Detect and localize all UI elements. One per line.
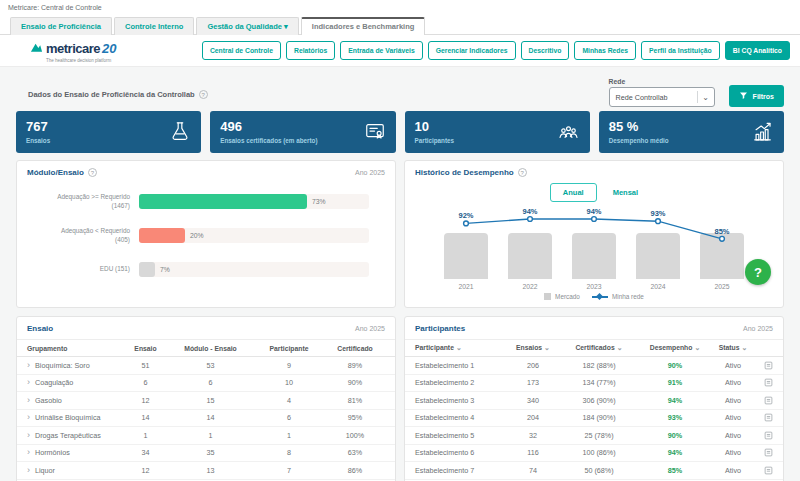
table-row[interactable]: Estabelecimento 4 204 184 (90%) 93% Ativ…: [405, 410, 783, 428]
year-tick-label: 2023: [586, 282, 601, 291]
nav-button[interactable]: Descritivo: [521, 41, 570, 60]
year-badge: Ano 2025: [743, 325, 773, 332]
market-bar-column: 2021: [434, 203, 498, 291]
ensaio-table-header: Grupamento Ensaio Módulo - Ensaio Partic…: [17, 339, 395, 357]
table-row[interactable]: Estabelecimento 3 340 306 (90%) 94% Ativ…: [405, 392, 783, 410]
year-tick-label: 2022: [522, 282, 537, 291]
nav-button[interactable]: Gerenciar Indicadores: [428, 41, 516, 60]
kpi-cards: 767 Ensaios 496 Ensaios certificados (em…: [16, 111, 784, 153]
help-icon[interactable]: ?: [199, 90, 208, 99]
sort-caret-icon: ⌄: [741, 344, 747, 351]
expand-chevron-icon[interactable]: ›: [27, 378, 30, 387]
historico-chart: 2021 2022 2023 2024 2025 92%94%94%93%85%: [434, 203, 754, 291]
table-row[interactable]: Estabelecimento 7 74 50 (68%) 85% Ativo: [405, 462, 783, 480]
sort-header[interactable]: Certificados⌄: [559, 344, 639, 352]
sort-header[interactable]: Participante⌄: [415, 344, 507, 352]
expand-chevron-icon[interactable]: ›: [27, 396, 30, 405]
kpi-card: 10 Participantes: [405, 111, 590, 153]
rede-label: Rede: [609, 78, 715, 85]
table-row[interactable]: Estabelecimento 5 32 25 (78%) 90% Ativo: [405, 427, 783, 445]
page-title: Dados do Ensaio de Proficiência da Contr…: [28, 90, 195, 99]
report-icon[interactable]: [755, 396, 773, 405]
market-bar-column: 2024: [626, 203, 690, 291]
report-icon[interactable]: [755, 378, 773, 387]
table-row[interactable]: Estabelecimento 6 116 100 (86%) 94% Ativ…: [405, 445, 783, 463]
report-icon[interactable]: [755, 431, 773, 440]
report-icon[interactable]: [755, 361, 773, 370]
bar-row: Adequação < Requerido(405) 20%: [23, 227, 369, 244]
logo-anniversary-badge: 20: [102, 41, 116, 56]
expand-chevron-icon[interactable]: ›: [27, 431, 30, 440]
rede-select[interactable]: Rede Controllab ⌄: [609, 87, 715, 107]
window-title: Metricare: Central de Controle: [0, 0, 800, 13]
nav-button[interactable]: Entrada de Variáveis: [340, 41, 423, 60]
sort-caret-icon: ⌄: [694, 344, 700, 351]
nav-button[interactable]: Relatórios: [286, 41, 335, 60]
chevron-down-icon[interactable]: ⌄: [698, 93, 714, 102]
toggle-anual[interactable]: Anual: [550, 183, 597, 202]
market-bar-column: 2022: [498, 203, 562, 291]
filters-button[interactable]: Filtros: [729, 85, 784, 107]
tab[interactable]: Controle Interno: [114, 17, 194, 35]
expand-chevron-icon[interactable]: ›: [27, 413, 30, 422]
help-fab-button[interactable]: ?: [745, 259, 771, 285]
kpi-value: 85 %: [609, 120, 669, 134]
modulo-panel-title: Módulo/Ensaio: [27, 168, 84, 177]
table-row[interactable]: ›Urinálise Bioquímica 14 14 6 95%: [17, 410, 395, 428]
market-bar-column: 2025: [690, 203, 754, 291]
rede-selected-value: Rede Controllab: [616, 93, 668, 102]
period-toggle: AnualMensal: [405, 181, 783, 203]
table-row[interactable]: ›Hormônios 34 35 8 63%: [17, 445, 395, 463]
nav-button[interactable]: Minhas Redes: [574, 41, 636, 60]
table-row[interactable]: ›Liquor 12 13 7 86%: [17, 462, 395, 480]
nav-buttons: Central de ControleRelatóriosEntrada de …: [197, 41, 790, 60]
performance-value: 90%: [639, 431, 711, 440]
metricare-logo: metricare20 The healthcare decision plat…: [30, 39, 117, 63]
performance-value: 94%: [639, 396, 711, 405]
table-row[interactable]: ›Gasobio 12 15 4 81%: [17, 392, 395, 410]
table-row[interactable]: Estabelecimento 1 206 182 (88%) 90% Ativ…: [405, 357, 783, 375]
sort-header[interactable]: Desempenho⌄: [639, 344, 711, 352]
bar-value-label: 7%: [160, 266, 170, 273]
nav-button[interactable]: Central de Controle: [202, 41, 281, 60]
bar-value-label: 73%: [312, 198, 326, 205]
nav-button[interactable]: Perfil da Instituição: [641, 41, 720, 60]
trend-chart-icon: [751, 121, 774, 143]
help-icon[interactable]: ?: [88, 168, 97, 177]
flask-icon: [169, 121, 191, 143]
toggle-mensal[interactable]: Mensal: [613, 188, 638, 197]
sort-header[interactable]: Status⌄: [711, 344, 755, 352]
bar-value-label: 20%: [190, 232, 204, 239]
nav-button-primary[interactable]: BI CQ Analítico: [725, 41, 790, 60]
performance-value: 93%: [639, 413, 711, 422]
market-bar: [572, 233, 616, 279]
tab[interactable]: Ensaio de Proficiência: [10, 17, 112, 35]
expand-chevron-icon[interactable]: ›: [27, 466, 30, 475]
report-icon[interactable]: [755, 466, 773, 475]
report-icon[interactable]: [755, 448, 773, 457]
tab[interactable]: Gestão da Qualidade ▾: [196, 17, 298, 35]
expand-chevron-icon[interactable]: ›: [27, 448, 30, 457]
report-icon[interactable]: [755, 413, 773, 422]
modulo-bar-chart: Adequação >= Requerido(1467) 73% Adequaç…: [17, 181, 395, 277]
status-badge: Ativo: [711, 448, 755, 457]
table-row[interactable]: Estabelecimento 2 173 134 (77%) 91% Ativ…: [405, 375, 783, 393]
year-tick-label: 2021: [458, 282, 473, 291]
bar-row: Adequação >= Requerido(1467) 73%: [23, 193, 369, 210]
status-badge: Ativo: [711, 396, 755, 405]
historico-bars: 2021 2022 2023 2024 2025: [434, 203, 754, 291]
ensaio-table-title: Ensaio: [27, 324, 53, 333]
kpi-label: Participantes: [415, 137, 455, 144]
help-icon[interactable]: ?: [518, 168, 527, 177]
bar-row: EDU (151) 7%: [23, 262, 369, 277]
bar-label: Adequação >= Requerido(1467): [23, 193, 139, 210]
bar: [139, 262, 155, 277]
table-row[interactable]: ›Coagulação 6 6 10 90%: [17, 375, 395, 393]
kpi-card: 496 Ensaios certificados (em aberto): [210, 111, 395, 153]
sort-header[interactable]: Ensaios⌄: [507, 344, 559, 352]
table-row[interactable]: ›Drogas Terapêuticas 1 1 1 100%: [17, 427, 395, 445]
tab[interactable]: Indicadores e Benchmarking: [301, 17, 426, 35]
expand-chevron-icon[interactable]: ›: [27, 361, 30, 370]
participantes-table-header: Participante⌄ Ensaios⌄ Certificados⌄ Des…: [405, 339, 783, 357]
table-row[interactable]: ›Bioquímica: Soro 51 53 9 89%: [17, 357, 395, 375]
